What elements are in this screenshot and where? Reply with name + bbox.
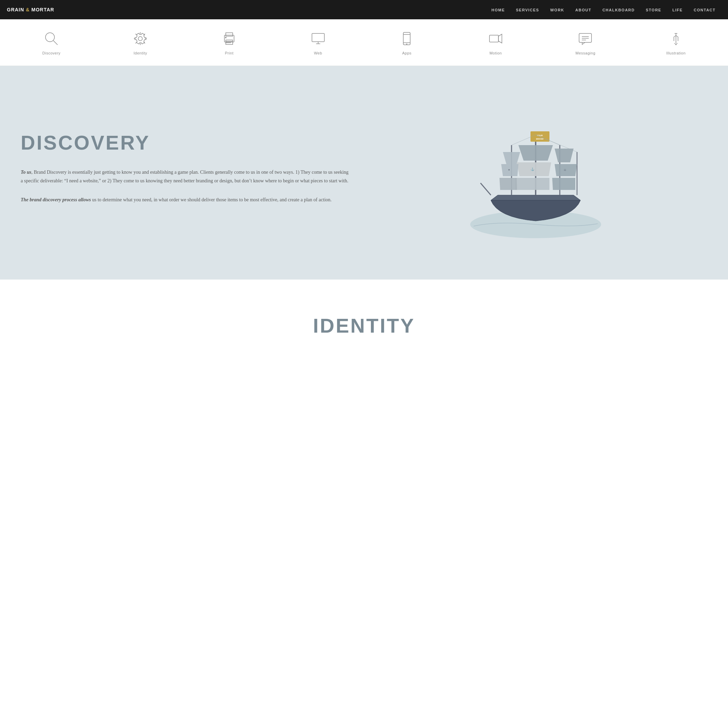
discovery-p2-body: us to determine what you need, in what o…: [91, 197, 332, 202]
nav-services[interactable]: SERVICES: [511, 8, 544, 12]
nav-life[interactable]: LIFE: [667, 8, 688, 12]
discovery-paragraph2: The brand discovery process allows us to…: [21, 196, 350, 204]
svg-text:☠: ☠: [564, 168, 566, 172]
discovery-heading: DISCOVERY: [21, 131, 350, 154]
nav-work[interactable]: WORK: [544, 8, 570, 12]
service-apps[interactable]: Apps: [398, 30, 416, 55]
gear-icon: [132, 30, 149, 47]
discovery-p1-prefix: To us: [21, 170, 31, 175]
svg-marker-17: [499, 34, 502, 43]
svg-marker-42: [515, 178, 549, 190]
svg-rect-4: [226, 33, 232, 36]
svg-line-27: [676, 35, 678, 37]
logo[interactable]: GRAIN & MORTAR: [7, 7, 54, 12]
svg-point-8: [225, 37, 226, 38]
discovery-section: DISCOVERY To us, Brand Discovery is esse…: [0, 66, 728, 280]
service-print[interactable]: Print: [220, 30, 238, 55]
nav-links: HOME SERVICES WORK ABOUT CHALKBOARD STOR…: [486, 6, 721, 13]
search-icon: [43, 30, 60, 47]
navigation: GRAIN & MORTAR HOME SERVICES WORK ABOUT …: [0, 0, 728, 19]
nav-home[interactable]: HOME: [486, 8, 511, 12]
svg-text:⚓: ⚓: [531, 167, 535, 171]
service-identity[interactable]: Identity: [132, 30, 149, 55]
svg-point-15: [407, 44, 407, 45]
nav-contact[interactable]: CONTACT: [688, 8, 721, 12]
ship-svg: YOUR BRAND: [463, 107, 608, 238]
svg-point-2: [138, 37, 142, 41]
svg-line-45: [480, 183, 491, 195]
svg-marker-36: [518, 145, 553, 161]
svg-text:✦: ✦: [508, 168, 511, 172]
nav-about[interactable]: ABOUT: [570, 8, 597, 12]
service-apps-label: Apps: [402, 51, 411, 55]
service-print-label: Print: [225, 51, 233, 55]
services-bar: Discovery Identity Print: [0, 19, 728, 66]
svg-marker-43: [552, 178, 575, 190]
svg-rect-16: [489, 35, 499, 42]
discovery-illustration: YOUR BRAND: [364, 107, 707, 238]
identity-section: IDENTITY: [0, 280, 728, 358]
svg-line-26: [674, 35, 676, 37]
svg-text:BRAND: BRAND: [536, 138, 544, 140]
svg-marker-37: [503, 152, 520, 164]
service-illustration-label: Illustration: [666, 51, 685, 55]
service-identity-label: Identity: [134, 51, 147, 55]
service-discovery-label: Discovery: [43, 51, 61, 55]
chat-icon: [577, 30, 594, 47]
discovery-p2-prefix: The brand discovery process allows: [21, 197, 91, 202]
service-motion-label: Motion: [489, 51, 502, 55]
service-messaging-label: Messaging: [576, 51, 596, 55]
video-icon: [487, 30, 505, 47]
pen-icon: [667, 30, 685, 47]
service-messaging[interactable]: Messaging: [576, 30, 596, 55]
nav-store[interactable]: STORE: [640, 8, 667, 12]
service-illustration[interactable]: Illustration: [666, 30, 685, 55]
svg-point-0: [46, 33, 55, 42]
service-motion[interactable]: Motion: [487, 30, 505, 55]
svg-line-1: [54, 41, 58, 45]
discovery-paragraph1: To us, Brand Discovery is essentially ju…: [21, 168, 350, 185]
nav-chalkboard[interactable]: CHALKBOARD: [597, 8, 641, 12]
service-discovery[interactable]: Discovery: [43, 30, 61, 55]
svg-rect-18: [579, 34, 592, 43]
monitor-icon: [309, 30, 327, 47]
print-icon: [220, 30, 238, 47]
service-web[interactable]: Web: [309, 30, 327, 55]
discovery-p1-body: , Brand Discovery is essentially just ge…: [21, 170, 349, 184]
service-web-label: Web: [314, 51, 322, 55]
discovery-text: DISCOVERY To us, Brand Discovery is esse…: [21, 131, 364, 215]
mobile-icon: [398, 30, 416, 47]
svg-marker-38: [555, 148, 574, 162]
svg-rect-9: [312, 34, 324, 42]
identity-heading: IDENTITY: [21, 314, 707, 337]
svg-marker-44: [500, 178, 517, 190]
